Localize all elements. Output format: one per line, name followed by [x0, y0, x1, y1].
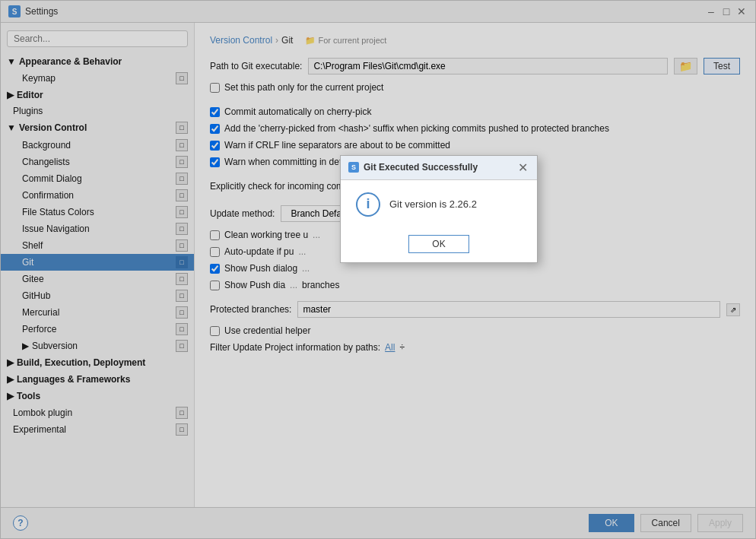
modal-footer: OK — [341, 229, 537, 262]
info-icon: i — [356, 192, 380, 217]
modal-message: Git version is 2.26.2 — [389, 198, 477, 210]
modal-app-icon: S — [348, 162, 359, 173]
modal-ok-button[interactable]: OK — [408, 235, 469, 253]
modal-body: i Git version is 2.26.2 — [341, 180, 537, 229]
settings-window: S Settings – □ ✕ ▼ Appearance & Behavior… — [0, 0, 756, 539]
git-success-modal: S Git Executed Successfully ✕ i Git vers… — [340, 155, 538, 263]
modal-title: Git Executed Successfully — [364, 162, 478, 173]
modal-overlay: S Git Executed Successfully ✕ i Git vers… — [1, 1, 755, 538]
modal-close-button[interactable]: ✕ — [516, 160, 529, 175]
modal-title-left: S Git Executed Successfully — [348, 162, 478, 173]
modal-title-bar: S Git Executed Successfully ✕ — [341, 156, 537, 180]
